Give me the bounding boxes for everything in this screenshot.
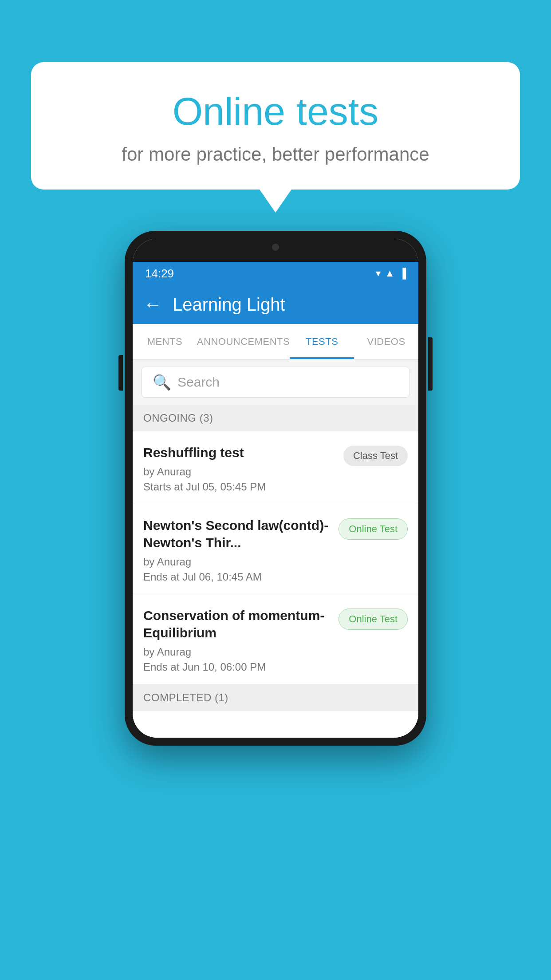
notch-cutout: [249, 239, 302, 256]
test-name: Newton's Second law(contd)-Newton's Thir…: [143, 517, 331, 551]
status-bar: 14:29 ▾ ▲ ▐: [133, 262, 418, 285]
phone-notch: [133, 239, 418, 262]
ongoing-section-header: ONGOING (3): [133, 405, 418, 431]
test-date: Starts at Jul 05, 05:45 PM: [143, 481, 336, 493]
status-time: 14:29: [145, 267, 174, 281]
tab-ments[interactable]: MENTS: [133, 324, 197, 359]
tab-videos[interactable]: VIDEOS: [354, 324, 418, 359]
tabs-bar: MENTS ANNOUNCEMENTS TESTS VIDEOS: [133, 324, 418, 360]
completed-section-header: COMPLETED (1): [133, 684, 418, 711]
bubble-subtitle: for more practice, better performance: [62, 144, 489, 165]
app-bar: ← Learning Light: [133, 285, 418, 324]
test-author: by Anurag: [143, 646, 331, 658]
search-input-wrap[interactable]: 🔍 Search: [142, 367, 409, 398]
wifi-icon: ▾: [376, 268, 381, 279]
app-title: Learning Light: [173, 295, 285, 315]
test-name: Reshuffling test: [143, 444, 336, 461]
search-container: 🔍 Search: [133, 360, 418, 405]
camera: [272, 244, 279, 251]
phone-inner: 14:29 ▾ ▲ ▐ ← Learning Light MENTS ANNOU…: [133, 239, 418, 738]
ongoing-label: ONGOING (3): [143, 412, 213, 424]
test-item[interactable]: Newton's Second law(contd)-Newton's Thir…: [133, 504, 418, 594]
completed-label: COMPLETED (1): [143, 692, 228, 703]
test-date: Ends at Jul 06, 10:45 AM: [143, 571, 331, 583]
speech-bubble: Online tests for more practice, better p…: [31, 62, 520, 190]
test-name: Conservation of momentum-Equilibrium: [143, 607, 331, 641]
test-info: Conservation of momentum-Equilibrium by …: [143, 607, 338, 673]
test-info: Reshuffling test by Anurag Starts at Jul…: [143, 444, 343, 493]
bubble-title: Online tests: [62, 89, 489, 134]
test-author: by Anurag: [143, 556, 331, 568]
test-info: Newton's Second law(contd)-Newton's Thir…: [143, 517, 338, 583]
search-placeholder: Search: [177, 375, 220, 390]
battery-icon: ▐: [399, 268, 406, 279]
search-icon: 🔍: [153, 373, 171, 391]
signal-icon: ▲: [385, 268, 395, 279]
back-button[interactable]: ←: [143, 295, 162, 314]
status-icons: ▾ ▲ ▐: [376, 268, 406, 279]
test-item[interactable]: Reshuffling test by Anurag Starts at Jul…: [133, 431, 418, 504]
tab-tests[interactable]: TESTS: [290, 324, 354, 359]
phone-bottom: [133, 711, 418, 738]
phone-mockup: 14:29 ▾ ▲ ▐ ← Learning Light MENTS ANNOU…: [125, 231, 426, 746]
test-badge: Class Test: [343, 446, 408, 466]
test-badge: Online Test: [338, 609, 408, 630]
phone-outer: 14:29 ▾ ▲ ▐ ← Learning Light MENTS ANNOU…: [125, 231, 426, 746]
test-badge: Online Test: [338, 518, 408, 540]
test-list: Reshuffling test by Anurag Starts at Jul…: [133, 431, 418, 684]
test-date: Ends at Jun 10, 06:00 PM: [143, 661, 331, 673]
test-item[interactable]: Conservation of momentum-Equilibrium by …: [133, 594, 418, 684]
test-author: by Anurag: [143, 466, 336, 478]
tab-announcements[interactable]: ANNOUNCEMENTS: [197, 324, 290, 359]
